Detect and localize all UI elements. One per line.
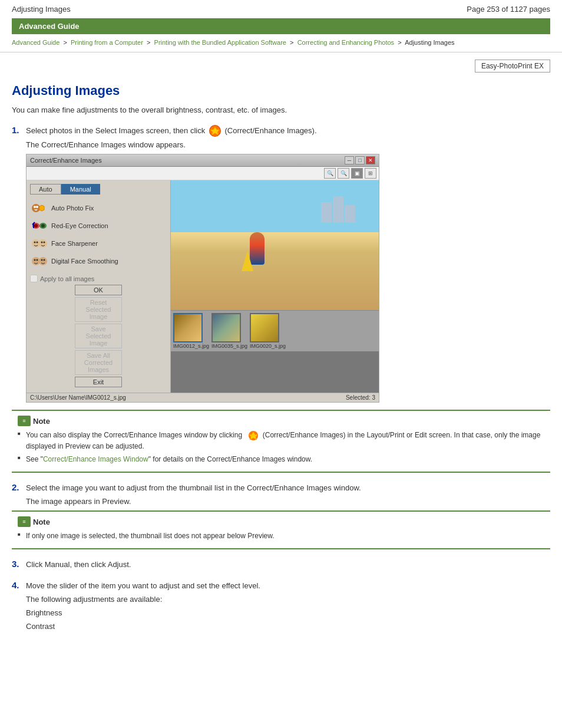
panel-item-facesharpener: Face Sharpener (30, 235, 167, 252)
thumb-label-3: IMG0020_s.jpg (250, 343, 286, 349)
note-icon-1: ≡ (18, 416, 31, 426)
correct-icon-inline (248, 430, 259, 441)
panel-item-autophotofix: Auto Photo Fix (30, 199, 167, 217)
close-button[interactable]: ✕ (366, 156, 375, 164)
svg-point-4 (36, 206, 38, 208)
page-title: Adjusting Images (12, 83, 550, 98)
step-2-text: Select the image you want to adjust from… (26, 482, 361, 494)
restore-button[interactable]: □ (355, 156, 365, 164)
step-1-text: Select photos in the Select Images scree… (26, 125, 317, 137)
step-2-sub: The image appears in Preview. (26, 497, 550, 506)
breadcrumb-current: Adjusting Images (405, 39, 454, 46)
page-section-title: Adjusting Images (12, 5, 71, 14)
apply-all-checkbox[interactable] (30, 275, 38, 282)
svg-point-22 (41, 259, 43, 261)
note-box-2: ≡ Note If only one image is selected, th… (12, 510, 550, 549)
autophotofix-label: Auto Photo Fix (51, 205, 94, 212)
step-1: 1. Select photos in the Select Images sc… (12, 125, 550, 473)
step-1-sub: The Correct/Enhance Images window appear… (26, 140, 550, 149)
svg-point-23 (44, 259, 45, 261)
thumb-img-3 (251, 314, 278, 341)
digitalface-label: Digital Face Smoothing (51, 258, 118, 265)
step-3-text: Click Manual, then click Adjust. (26, 559, 131, 571)
thumb-label-2: IMG0035_s.jpg (211, 343, 247, 349)
note-list-2: If only one image is selected, the thumb… (18, 531, 544, 541)
svg-point-7 (34, 224, 38, 228)
exit-button[interactable]: Exit (75, 377, 122, 387)
zoom-out-icon[interactable]: 🔍 (338, 168, 349, 179)
buildings (321, 193, 368, 223)
note-item-2-1: If only one image is selected, the thumb… (18, 531, 544, 541)
step-2-number: 2. (12, 482, 22, 492)
apply-all-row: Apply to all images (30, 275, 167, 282)
minimize-button[interactable]: ─ (345, 156, 354, 164)
note-header-2: ≡ Note (18, 516, 544, 527)
screenshot-toolbar: 🔍 🔍 ▣ ⊞ (27, 167, 379, 180)
breadcrumb-link-1[interactable]: Advanced Guide (12, 39, 59, 46)
save-all-button[interactable]: Save All Corrected Images (75, 350, 122, 375)
step-3: 3. Click Manual, then click Adjust. (12, 559, 550, 571)
thumb-img-1 (174, 314, 201, 341)
right-panel: IMG0012_s.jpg IMG0035_s.jpg (171, 180, 379, 393)
svg-point-17 (44, 242, 45, 243)
thumb-group-3: IMG0020_s.jpg (250, 313, 286, 349)
building-1 (321, 202, 332, 223)
thumb-group-2: IMG0035_s.jpg (211, 313, 247, 349)
product-badge: Easy-PhotoPrint EX (475, 60, 550, 73)
breadcrumb-link-3[interactable]: Printing with the Bundled Application So… (154, 39, 286, 46)
zoom-in-icon[interactable]: 🔍 (324, 168, 336, 179)
svg-point-16 (41, 242, 43, 243)
tab-auto[interactable]: Auto (30, 184, 61, 195)
note-link-1[interactable]: Correct/Enhance Images Window (43, 455, 148, 463)
fit-icon[interactable]: ▣ (351, 168, 363, 179)
screenshot-window-title: Correct/Enhance Images (30, 157, 102, 164)
step-1-number: 1. (12, 125, 22, 135)
breadcrumb: Advanced Guide > Printing from a Compute… (0, 34, 562, 52)
note-title-2: Note (33, 518, 50, 526)
step-2: 2. Select the image you want to adjust f… (12, 482, 550, 550)
page-header: Adjusting Images Page 253 of 1127 pages (0, 0, 562, 18)
note-header-1: ≡ Note (18, 416, 544, 426)
note-item-1-1: You can also display the Correct/Enhance… (18, 430, 544, 452)
beach-figure (250, 232, 265, 265)
panel-item-digitalface: Digital Face Smoothing (30, 252, 167, 270)
digitalface-icon (31, 255, 48, 268)
thumbnail-3[interactable] (250, 313, 279, 342)
window-controls: ─ □ ✕ (345, 156, 375, 164)
svg-point-9 (41, 224, 45, 228)
step-4-contrast: Contrast (26, 622, 550, 631)
status-filepath: C:\Users\User Name\IMG0012_s.jpg (30, 394, 126, 401)
step-4-number: 4. (12, 580, 22, 590)
thumbnail-2[interactable] (211, 313, 241, 342)
correct-enhance-icon (209, 125, 221, 137)
breadcrumb-link-4[interactable]: Correcting and Enhancing Photos (297, 39, 395, 46)
main-photo-preview (171, 180, 379, 310)
panel-item-redeye: Red-Eye Correction (30, 217, 167, 235)
breadcrumb-link-2[interactable]: Printing from a Computer (71, 39, 143, 46)
page-counter: Page 253 of 1127 pages (467, 5, 550, 14)
building-2 (333, 196, 343, 223)
advanced-guide-bar: Advanced Guide (12, 18, 550, 34)
thumbnail-strip: IMG0012_s.jpg IMG0035_s.jpg (171, 310, 379, 351)
tab-manual[interactable]: Manual (61, 184, 100, 195)
intro-text: You can make fine adjustments to the ove… (12, 106, 550, 114)
tab-row: Auto Manual (30, 184, 167, 195)
badge-row: Easy-PhotoPrint EX (12, 57, 550, 77)
screenshot-window: Correct/Enhance Images ─ □ ✕ 🔍 🔍 ▣ ⊞ (26, 154, 379, 403)
note-item-1-2: See "Correct/Enhance Images Window" for … (18, 454, 544, 465)
reset-button[interactable]: Reset Selected Image (75, 297, 122, 322)
facesharpener-label: Face Sharpener (51, 240, 98, 247)
note-icon-2: ≡ (18, 516, 31, 527)
step-4-text: Move the slider of the item you want to … (26, 580, 260, 592)
thumb-label-1: IMG0012_s.jpg (173, 343, 209, 349)
redeye-label: Red-Eye Correction (51, 222, 108, 229)
svg-point-13 (34, 242, 36, 243)
screenshot-body: Auto Manual (27, 180, 379, 393)
thumbnail-1[interactable] (173, 313, 203, 342)
svg-point-14 (37, 242, 38, 243)
save-selected-button[interactable]: Save Selected Image (75, 324, 122, 348)
status-bar: C:\Users\User Name\IMG0012_s.jpg Selecte… (27, 393, 379, 402)
autophotofix-icon (31, 202, 48, 215)
ok-button[interactable]: OK (75, 285, 122, 295)
grid-icon[interactable]: ⊞ (365, 168, 376, 179)
